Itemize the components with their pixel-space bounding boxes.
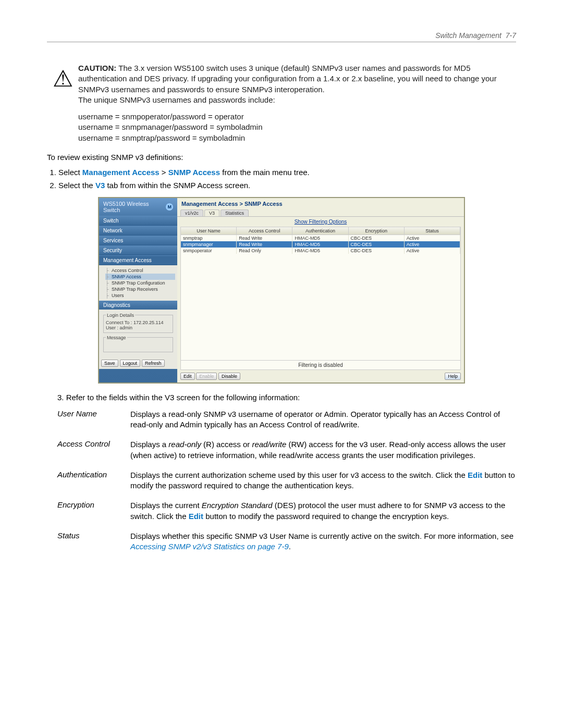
credentials-list: username = snmpoperator/password = opera… xyxy=(78,112,516,143)
save-button[interactable]: Save xyxy=(101,360,118,367)
page-number: 7-7 xyxy=(506,31,516,40)
help-button[interactable]: Help xyxy=(445,373,461,380)
sidebar-item-management-access[interactable]: Management Access xyxy=(99,255,177,265)
section-name: Switch Management xyxy=(435,31,501,40)
disable-button[interactable]: Disable xyxy=(218,373,240,380)
def-term-status: Status xyxy=(57,531,130,552)
nav-path-management-access: Management Access xyxy=(82,168,160,177)
sidebar-item-security[interactable]: Security xyxy=(99,245,177,255)
edit-button[interactable]: Edit xyxy=(180,373,195,380)
tree-users[interactable]: Users xyxy=(105,292,175,299)
caution-body: The 3.x version WS5100 switch uses 3 uni… xyxy=(78,64,497,94)
col-encryption[interactable]: Encryption xyxy=(349,227,405,235)
def-term-access: Access Control xyxy=(57,439,130,461)
snmp-v3-table: User Name Access Control Authentication … xyxy=(180,227,461,370)
logout-button[interactable]: Logout xyxy=(120,360,141,367)
sidebar-subtree: Access Control SNMP Access SNMP Trap Con… xyxy=(99,265,177,301)
show-filtering-link[interactable]: Show Filtering Options xyxy=(295,219,347,225)
field-definitions: User Name Displays a read-only SNMP v3 u… xyxy=(57,409,516,552)
step-1: Select Management Access > SNMP Access f… xyxy=(58,168,516,177)
main-panel: Management Access > SNMP Access v1/v2c V… xyxy=(177,198,464,382)
tree-snmp-access[interactable]: SNMP Access xyxy=(105,274,175,280)
def-desc-access: Displays a read-only (R) access or read/… xyxy=(130,439,516,461)
enable-button[interactable]: Enable xyxy=(196,373,217,380)
tree-snmp-trap-config[interactable]: SNMP Trap Configuration xyxy=(105,280,175,286)
tab-v3[interactable]: V3 xyxy=(204,209,219,216)
nav-path-snmp-access: SNMP Access xyxy=(168,168,220,177)
caution-label: CAUTION: xyxy=(78,64,116,72)
caution-icon: ⚠ xyxy=(47,63,78,143)
connect-to: 172.20.25.114 xyxy=(133,320,164,325)
table-row[interactable]: snmpmanager Read Write HMAC-MD5 CBC-DES … xyxy=(181,241,460,248)
app-title-bar: WS5100 Wireless Switch M xyxy=(99,198,177,216)
filter-status: Filtering is disabled xyxy=(181,360,460,369)
logo-icon: M xyxy=(166,203,173,211)
cred-line: username = snmpoperator/password = opera… xyxy=(78,112,516,122)
login-legend: Login Details xyxy=(106,313,135,318)
table-row[interactable]: snmptrap Read Write HMAC-MD5 CBC-DES Act… xyxy=(181,235,460,241)
review-line: To review existing SNMP v3 definitions: xyxy=(47,153,516,162)
sidebar: WS5100 Wireless Switch M Switch Network … xyxy=(99,198,177,382)
cred-line: username = snmpmanager/password = symbol… xyxy=(78,122,516,132)
table-body: snmptrap Read Write HMAC-MD5 CBC-DES Act… xyxy=(181,235,460,360)
login-user: admin xyxy=(120,325,133,330)
tab-v1v2c[interactable]: v1/v2c xyxy=(180,209,203,216)
def-term-username: User Name xyxy=(57,409,130,430)
app-title: WS5100 Wireless Switch xyxy=(103,201,166,213)
sidebar-item-switch[interactable]: Switch xyxy=(99,216,177,226)
tree-snmp-trap-receivers[interactable]: SNMP Trap Receivers xyxy=(105,286,175,292)
def-term-auth: Authentication xyxy=(57,470,130,491)
sidebar-item-diagnostics[interactable]: Diagnostics xyxy=(99,301,177,310)
col-authentication[interactable]: Authentication xyxy=(292,227,348,235)
breadcrumb: Management Access > SNMP Access xyxy=(177,198,464,209)
refresh-button[interactable]: Refresh xyxy=(142,360,165,367)
embedded-screenshot: WS5100 Wireless Switch M Switch Network … xyxy=(98,197,465,384)
def-term-enc: Encryption xyxy=(57,500,130,522)
def-desc-username: Displays a read-only SNMP v3 username of… xyxy=(130,409,516,430)
caution-block: ⚠ CAUTION: The 3.x version WS5100 switch… xyxy=(47,63,516,143)
tab-bar: v1/v2c V3 Statistics xyxy=(177,209,464,217)
col-status[interactable]: Status xyxy=(405,227,460,235)
step-2: Select the V3 tab from within the SNMP A… xyxy=(58,181,516,190)
tab-name-v3: V3 xyxy=(95,181,105,190)
def-desc-enc: Displays the current Encryption Standard… xyxy=(130,500,516,522)
col-access-control[interactable]: Access Control xyxy=(237,227,292,235)
cred-line: username = snmptrap/password = symboladm… xyxy=(78,133,516,143)
bottom-button-row: Edit Enable Disable Help xyxy=(177,370,464,382)
caution-text: CAUTION: The 3.x version WS5100 switch u… xyxy=(78,63,516,143)
table-header-row: User Name Access Control Authentication … xyxy=(181,227,460,235)
sidebar-item-services[interactable]: Services xyxy=(99,236,177,245)
page-header: Switch Management 7-7 xyxy=(47,31,516,42)
message-legend: Message xyxy=(106,335,127,340)
def-desc-status: Displays whether this specific SNMP v3 U… xyxy=(130,531,516,552)
table-row[interactable]: snmpoperator Read Only HMAC-MD5 CBC-DES … xyxy=(181,248,460,254)
step-3: 3. Refer to the fields within the V3 scr… xyxy=(57,393,516,402)
def-desc-auth: Displays the current authorization schem… xyxy=(130,470,516,491)
tree-access-control[interactable]: Access Control xyxy=(105,267,175,274)
tab-statistics[interactable]: Statistics xyxy=(221,209,249,216)
xref-link[interactable]: Accessing SNMP v2/v3 Statistics on page … xyxy=(130,542,289,551)
filter-link-row: Show Filtering Options xyxy=(177,217,464,227)
col-username[interactable]: User Name xyxy=(181,227,237,235)
nav-button-row: Save Logout Refresh xyxy=(99,357,177,369)
sidebar-item-network[interactable]: Network xyxy=(99,226,177,236)
steps-list: Select Management Access > SNMP Access f… xyxy=(47,168,516,190)
caution-body2: The unique SNMPv3 usernames and password… xyxy=(78,95,275,104)
login-panel: Login Details Connect To : 172.20.25.114… xyxy=(99,310,177,357)
